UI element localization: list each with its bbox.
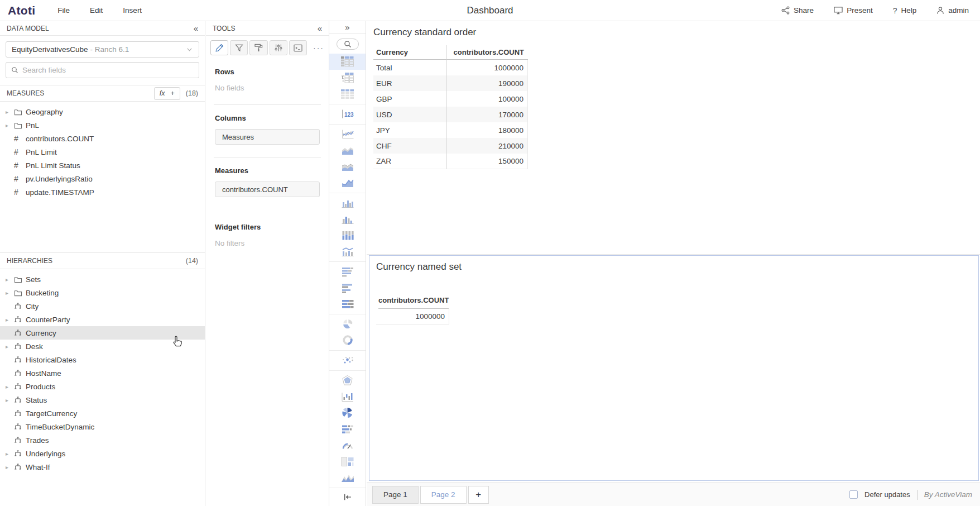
page-tab-page-1[interactable]: Page 1 [372,486,419,504]
table-cell[interactable]: USD [373,107,446,122]
tree-item-underlyings[interactable]: ▸Underlyings [0,447,205,460]
defer-updates-checkbox[interactable] [849,490,858,499]
tree-item-pnl-limit-status[interactable]: #PnL Limit Status [0,159,205,172]
table-cell[interactable]: ZAR [373,154,446,169]
collapse-panel-icon[interactable]: « [194,23,198,33]
expand-caret-icon[interactable]: ▸ [6,317,14,323]
widget-type-mountain-chart[interactable] [329,470,366,486]
table-header-cell[interactable]: contributors.COUNT [378,296,449,309]
add-measure-button[interactable]: + [170,89,174,97]
help-button[interactable]: ?Help [893,6,917,15]
tree-item-update-timestamp[interactable]: #update.TIMESTAMP [0,185,205,199]
tree-item-trades[interactable]: Trades [0,433,205,447]
menu-insert[interactable]: Insert [123,6,142,15]
present-button[interactable]: Present [834,6,873,15]
share-button[interactable]: Share [781,6,814,15]
tree-item-contributors-count[interactable]: #contributors.COUNT [0,132,205,145]
table-row[interactable]: CHF210000 [373,138,528,154]
menu-edit[interactable]: Edit [90,6,103,15]
cube-selector[interactable]: EquityDerivativesCube - Ranch 6.1 [6,41,199,58]
table-header-cell[interactable]: Currency [373,45,446,60]
tree-item-products[interactable]: ▸Products [0,380,205,393]
widget-type-histogram-chart[interactable] [329,211,366,227]
tree-item-pv-underlyingsratio[interactable]: #pv.UnderlyingsRatio [0,172,205,185]
table-cell[interactable]: 1000000 [376,309,449,324]
advanced-tab[interactable] [270,40,287,55]
table-cell[interactable]: 180000 [446,122,528,138]
widget-type-kpi-number[interactable]: 123 [329,106,366,122]
admin-button[interactable]: admin [936,6,969,15]
expand-caret-icon[interactable]: ▸ [6,451,14,457]
widget-type-horizontal-bar-chart[interactable] [329,264,366,280]
search-input[interactable] [22,66,194,74]
page-tab-page-2[interactable]: Page 2 [420,486,467,504]
tree-item-hostname[interactable]: HostName [0,366,205,380]
widget-type-waterfall-chart[interactable] [329,389,366,405]
filter-tab[interactable] [230,40,248,55]
tree-item-sets[interactable]: ▸Sets [0,273,205,286]
tree-item-status[interactable]: ▸Status [0,393,205,407]
widget-type-tree-table[interactable] [329,70,366,86]
tree-item-counterparty[interactable]: ▸CounterParty [0,313,205,326]
table-cell[interactable]: CHF [373,138,446,154]
table-row[interactable]: GBP100000 [373,91,528,107]
field-chip-measures[interactable]: Measures [215,129,320,145]
more-tabs-button[interactable]: ··· [313,44,324,52]
widget-currency-standard-order[interactable]: Currency standard order Currencycontribu… [367,21,980,254]
widget-type-horizontal-stacked-bar-chart[interactable] [329,296,366,312]
table-cell[interactable]: EUR [373,75,446,91]
expand-caret-icon[interactable]: ▸ [6,384,14,390]
style-tab[interactable] [249,40,267,55]
widget-type-horizontal-clustered-bar-chart[interactable] [329,280,366,296]
tree-item-timebucketdynamic[interactable]: TimeBucketDynamic [0,420,205,433]
widget-type-gauge-chart[interactable] [329,437,366,454]
widget-type-grouped-bar-chart[interactable] [329,195,366,211]
widget-type-treemap-chart[interactable] [329,454,366,470]
table-cell[interactable]: GBP [373,91,446,107]
tree-item-what-if[interactable]: ▸What-If [0,460,205,474]
table-cell[interactable]: 150000 [446,154,528,169]
tree-item-bucketing[interactable]: ▸Bucketing [0,286,205,299]
table-cell[interactable]: JPY [373,122,446,138]
widget-type-gantt-chart[interactable] [329,421,366,437]
edit-tab[interactable] [210,40,228,55]
widget-type-combo-chart[interactable] [329,244,366,260]
menu-file[interactable]: File [57,6,70,15]
tree-item-city[interactable]: City [0,299,205,313]
dock-left-icon[interactable] [329,488,366,506]
widget-search-button[interactable] [337,39,359,50]
table-row[interactable]: JPY180000 [373,122,528,138]
tree-item-currency[interactable]: Currency [0,326,205,340]
field-chip-contributors-count[interactable]: contributors.COUNT [215,182,320,197]
expand-caret-icon[interactable]: ▸ [6,109,14,115]
widget-type-rose-chart[interactable] [329,405,366,421]
collapse-tools-icon[interactable]: « [318,23,322,33]
expand-caret-icon[interactable]: ▸ [6,464,14,470]
expand-strip-icon[interactable]: » [329,21,366,34]
widget-type-stacked-bar-chart[interactable] [329,227,366,244]
expand-caret-icon[interactable]: ▸ [6,122,14,128]
table-row[interactable]: USD170000 [373,107,528,122]
table-cell[interactable]: 1000000 [446,60,528,75]
widget-type-area-chart[interactable] [329,142,366,159]
expand-caret-icon[interactable]: ▸ [6,290,14,296]
query-tab[interactable] [289,40,307,55]
widget-type-radar-chart[interactable] [329,373,366,389]
expand-caret-icon[interactable]: ▸ [6,276,14,283]
tree-item-historicaldates[interactable]: HistoricalDates [0,353,205,366]
expand-caret-icon[interactable]: ▸ [6,343,14,350]
table-cell[interactable]: 100000 [446,91,528,107]
widget-type-pie-chart[interactable] [329,316,366,332]
table-header-cell[interactable]: contributors.COUNT [446,45,528,60]
tree-item-pnl-limit[interactable]: #PnL Limit [0,145,205,159]
widget-type-stacked-area-chart[interactable] [329,159,366,175]
tree-item-targetcurrency[interactable]: TargetCurrency [0,407,205,420]
widget-type-line-chart[interactable] [329,126,366,142]
table-cell[interactable]: 170000 [446,107,528,122]
tree-item-geography[interactable]: ▸Geography [0,105,205,118]
widget-currency-named-set[interactable]: Currency named set contributors.COUNT 10… [369,255,979,481]
widget-type-donut-chart[interactable] [329,332,366,349]
table-row[interactable]: EUR190000 [373,75,528,91]
table-row[interactable]: ZAR150000 [373,154,528,169]
table-cell[interactable]: 190000 [446,75,528,91]
